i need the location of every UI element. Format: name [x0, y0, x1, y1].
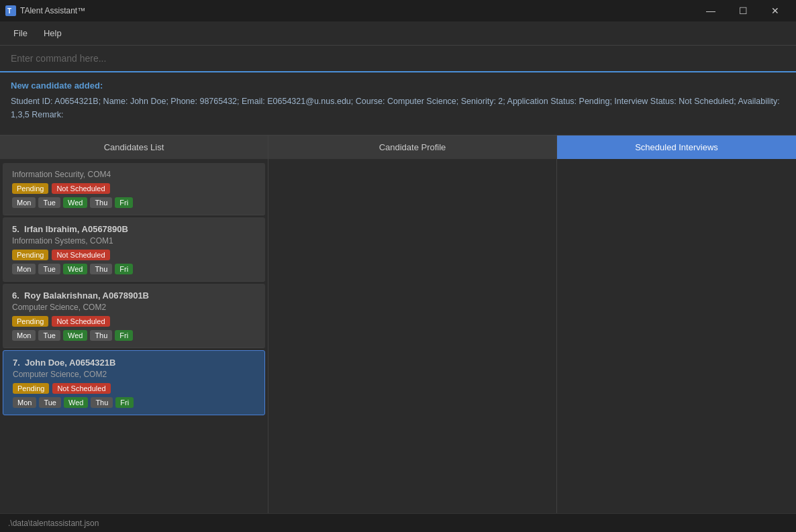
main-content: Candidates List Information Security, CO…	[0, 136, 796, 513]
statusbar: .\data\talentassistant.json	[0, 513, 796, 532]
avail-thu: Thu	[90, 197, 112, 208]
availability-row: Mon Tue Wed Thu Fri	[12, 330, 256, 341]
candidate-course: Computer Science, COM2	[12, 303, 256, 312]
profile-panel-header: Candidate Profile	[268, 136, 556, 159]
maximize-button[interactable]: ☐	[728, 0, 758, 21]
avail-tue: Tue	[38, 264, 60, 274]
status-badge-pending: Pending	[12, 250, 48, 260]
status-badge-not-scheduled: Not Scheduled	[52, 183, 109, 194]
svg-text:T: T	[7, 7, 11, 15]
avail-mon: Mon	[13, 397, 36, 408]
candidate-name: 5. Irfan Ibrahim, A0567890B	[12, 224, 256, 234]
avail-fri: Fri	[115, 197, 133, 208]
avail-fri: Fri	[115, 264, 133, 274]
avail-wed: Wed	[63, 197, 87, 208]
availability-row: Mon Tue Wed Thu Fri	[13, 397, 255, 408]
app-icon: T	[5, 5, 16, 16]
avail-mon: Mon	[12, 197, 36, 208]
candidates-panel-header: Candidates List	[0, 136, 268, 159]
avail-mon: Mon	[12, 330, 36, 341]
status-badge-pending: Pending	[12, 316, 48, 327]
list-item[interactable]: Information Security, COM4 Pending Not S…	[3, 163, 265, 215]
avail-tue: Tue	[39, 397, 61, 408]
badge-row: Pending Not Scheduled	[12, 316, 256, 327]
avail-mon: Mon	[12, 264, 36, 274]
close-button[interactable]: ✕	[760, 0, 791, 21]
titlebar: T TAlent Assistant™ — ☐ ✕	[0, 0, 796, 21]
menu-file[interactable]: File	[8, 25, 33, 41]
avail-thu: Thu	[90, 264, 112, 274]
badge-row: Pending Not Scheduled	[12, 183, 256, 194]
candidate-course: Information Systems, COM1	[12, 236, 256, 246]
candidate-course: Computer Science, COM2	[13, 370, 255, 379]
avail-tue: Tue	[38, 330, 60, 341]
availability-row: Mon Tue Wed Thu Fri	[12, 197, 256, 208]
infopanel-title: New candidate added:	[11, 81, 785, 91]
availability-row: Mon Tue Wed Thu Fri	[12, 264, 256, 274]
interviews-panel: Scheduled Interviews	[557, 136, 796, 513]
avail-tue: Tue	[38, 197, 60, 208]
minimize-button[interactable]: —	[695, 0, 726, 21]
status-badge-pending: Pending	[12, 183, 48, 194]
candidate-course: Information Security, COM4	[12, 170, 256, 179]
status-badge-not-scheduled: Not Scheduled	[52, 383, 110, 394]
profile-panel: Candidate Profile	[268, 136, 557, 513]
list-item[interactable]: 6. Roy Balakrishnan, A0678901B Computer …	[3, 284, 265, 348]
infopanel-content: Student ID: A0654321B; Name: John Doe; P…	[11, 95, 785, 121]
infopanel: New candidate added: Student ID: A065432…	[0, 72, 796, 136]
candidate-name: 6. Roy Balakrishnan, A0678901B	[12, 290, 256, 301]
commandbar	[0, 46, 796, 72]
window-title: TAlent Assistant™	[20, 6, 85, 15]
badge-row: Pending Not Scheduled	[12, 250, 256, 260]
candidates-panel: Candidates List Information Security, CO…	[0, 136, 268, 513]
menubar: File Help	[0, 21, 796, 46]
titlebar-left: T TAlent Assistant™	[5, 5, 85, 16]
avail-wed: Wed	[63, 264, 87, 274]
candidates-scroll[interactable]: Information Security, COM4 Pending Not S…	[0, 159, 268, 513]
avail-thu: Thu	[90, 330, 112, 341]
status-badge-not-scheduled: Not Scheduled	[52, 316, 109, 327]
badge-row: Pending Not Scheduled	[13, 383, 255, 394]
list-item[interactable]: 7. John Doe, A0654321B Computer Science,…	[3, 350, 265, 415]
avail-fri: Fri	[115, 330, 133, 341]
candidate-name: 7. John Doe, A0654321B	[13, 358, 255, 368]
avail-wed: Wed	[64, 397, 88, 408]
status-badge-not-scheduled: Not Scheduled	[52, 250, 109, 260]
status-badge-pending: Pending	[13, 383, 49, 394]
list-item[interactable]: 5. Irfan Ibrahim, A0567890B Information …	[3, 217, 265, 282]
titlebar-controls: — ☐ ✕	[695, 0, 791, 21]
avail-thu: Thu	[91, 397, 113, 408]
avail-fri: Fri	[115, 397, 134, 408]
command-input[interactable]	[11, 53, 785, 64]
menu-help[interactable]: Help	[38, 25, 67, 41]
statusbar-path: .\data\talentassistant.json	[8, 519, 99, 528]
interviews-panel-header: Scheduled Interviews	[557, 136, 796, 159]
avail-wed: Wed	[63, 330, 87, 341]
